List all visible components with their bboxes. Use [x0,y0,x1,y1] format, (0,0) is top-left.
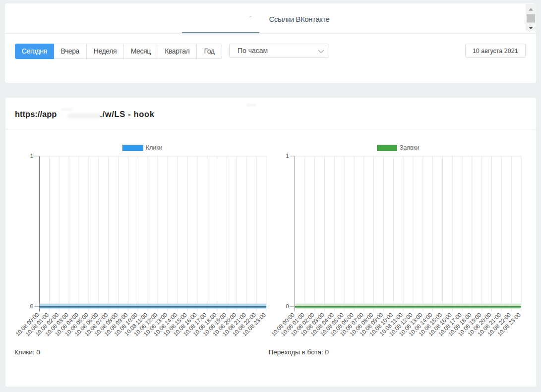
svg-text:1: 1 [286,153,289,159]
svg-text:0: 0 [30,303,33,309]
svg-text:0: 0 [286,303,289,309]
svg-text:1: 1 [30,153,33,159]
